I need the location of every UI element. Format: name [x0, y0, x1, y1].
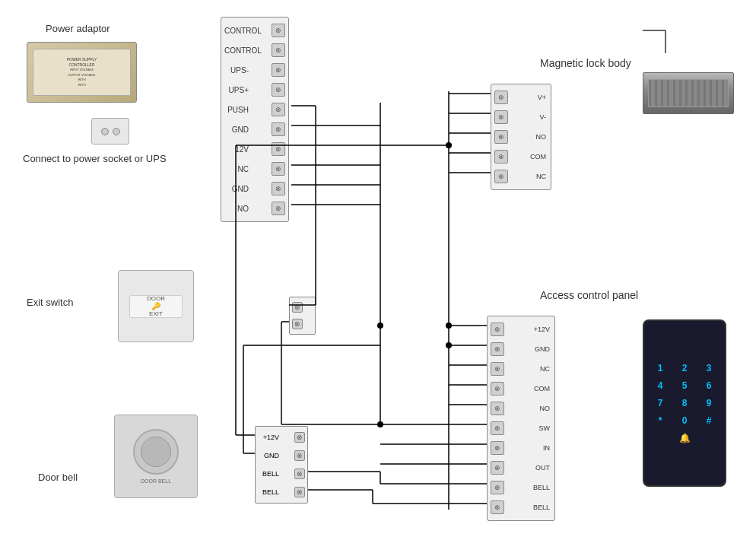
socket-hole-left	[101, 128, 109, 135]
access-terminal-no: ⊗	[491, 402, 504, 415]
key-star: *	[652, 414, 669, 427]
key-2: 2	[676, 361, 693, 375]
access-panel-label: Access control panel	[540, 289, 638, 301]
exit-terminal-2: ⊗	[292, 319, 303, 329]
terminal-12v: ⊗	[272, 142, 285, 156]
svg-point-31	[446, 142, 452, 148]
diagram-container: Power adaptor POWER SUPPLYCONTROLLER INP…	[0, 0, 756, 556]
exit-terminal-box: ⊗ ⊗	[289, 297, 316, 335]
key-0: 0	[676, 414, 693, 427]
access-terminal-in: ⊗	[491, 441, 504, 455]
connect-label: Connect to power socket or UPS	[23, 152, 167, 166]
control-row-ups-plus: UPS+ ⊗	[221, 80, 288, 100]
control-row-1: CONTROL ⊗	[221, 21, 288, 40]
access-row-bell2: ⊗ BELL	[488, 497, 554, 517]
key-1: 1	[652, 361, 669, 375]
keypad-row-2: 4 5 6	[652, 379, 717, 392]
svg-point-43	[446, 322, 452, 329]
terminal-no: ⊗	[272, 202, 285, 215]
key-5: 5	[676, 379, 693, 392]
access-terminal-bell1: ⊗	[491, 481, 504, 494]
bell-term-row-12v: +12V ⊗	[256, 428, 307, 446]
bell-terminal-gnd: ⊗	[294, 450, 305, 461]
mag-lock-box: ⊗ V+ ⊗ V- ⊗ NO ⊗ COM ⊗ NC	[491, 84, 551, 190]
terminal-vplus: ⊗	[494, 91, 508, 104]
key-6: 6	[700, 379, 717, 392]
door-bell-label: Door bell	[38, 472, 78, 483]
key-8: 8	[676, 396, 693, 410]
access-terminal-bell2: ⊗	[491, 500, 504, 514]
door-bell-image: DOOR BELL	[114, 415, 198, 498]
svg-point-29	[377, 421, 383, 427]
mag-row-vminus: ⊗ V-	[491, 107, 551, 127]
svg-point-30	[377, 322, 383, 329]
power-adaptor-label: Power adaptor	[46, 23, 110, 34]
bell-text: DOOR BELL	[141, 478, 171, 484]
access-row-nc: ⊗ NC	[488, 359, 554, 379]
access-row-out: ⊗ OUT	[488, 458, 554, 478]
terminal-gnd-1: ⊗	[272, 122, 285, 136]
access-row-sw: ⊗ SW	[488, 418, 554, 438]
access-terminal-12v: ⊗	[491, 322, 504, 336]
key-7: 7	[652, 396, 669, 410]
terminal-mag-com: ⊗	[494, 150, 508, 164]
terminal-mag-nc: ⊗	[494, 170, 508, 183]
control-row-ups-minus: UPS- ⊗	[221, 60, 288, 80]
terminal-ups-minus: ⊗	[272, 63, 285, 77]
key-3: 3	[700, 361, 717, 375]
access-control-box: ⊗ +12V ⊗ GND ⊗ NC ⊗ COM ⊗ NO ⊗ SW ⊗ IN ⊗	[487, 316, 555, 521]
mag-row-vplus: ⊗ V+	[491, 87, 551, 107]
control-row-gnd-2: GND ⊗	[221, 179, 288, 199]
terminal-mag-no: ⊗	[494, 130, 508, 144]
mag-row-no: ⊗ NO	[491, 127, 551, 147]
terminal-control-2: ⊗	[272, 43, 285, 57]
mag-lock-label: Magnetic lock body	[540, 57, 631, 69]
access-row-bell1: ⊗ BELL	[488, 478, 554, 497]
access-row-gnd: ⊗ GND	[488, 339, 554, 359]
exit-term-row-1: ⊗	[290, 299, 315, 316]
access-row-com: ⊗ COM	[488, 379, 554, 399]
access-row-in: ⊗ IN	[488, 438, 554, 458]
terminal-ups-plus: ⊗	[272, 83, 285, 97]
exit-switch-image: DOOR 🔑 EXIT	[118, 270, 194, 342]
mag-lock-body-image	[643, 72, 734, 114]
bell-term-row-bell2: BELL ⊗	[256, 483, 307, 501]
control-row-12v: 12V ⊗	[221, 139, 288, 159]
access-terminal-out: ⊗	[491, 461, 504, 475]
bell-terminal-bell1: ⊗	[294, 469, 305, 479]
control-row-gnd-1: GND ⊗	[221, 119, 288, 139]
bell-term-row-bell1: BELL ⊗	[256, 465, 307, 483]
key-9: 9	[700, 396, 717, 410]
power-adaptor-image: POWER SUPPLYCONTROLLER INPUT VOLTAGEOUTP…	[27, 42, 137, 103]
keypad-row-3: 7 8 9	[652, 396, 717, 410]
terminal-control-1: ⊗	[272, 24, 285, 37]
bell-term-row-gnd: GND ⊗	[256, 446, 307, 465]
access-terminal-com: ⊗	[491, 382, 504, 396]
exit-button: DOOR 🔑 EXIT	[129, 295, 183, 318]
exit-terminal-1: ⊗	[292, 302, 303, 313]
bell-circle	[133, 429, 179, 475]
keypad-row-1: 1 2 3	[652, 361, 717, 375]
power-socket-symbol	[91, 118, 129, 145]
access-terminal-gnd: ⊗	[491, 342, 504, 356]
access-row-12v: ⊗ +12V	[488, 319, 554, 339]
keypad-image: 1 2 3 4 5 6 7 8 9 * 0 # 🔔	[643, 319, 726, 487]
bell-terminal-bell2: ⊗	[294, 487, 305, 497]
socket-hole-right	[113, 128, 120, 135]
control-box: CONTROL ⊗ CONTROL ⊗ UPS- ⊗ UPS+ ⊗ PUSH ⊗…	[221, 17, 289, 222]
mag-row-nc: ⊗ NC	[491, 167, 551, 186]
key-bell: 🔔	[676, 431, 693, 445]
bell-terminal-12v: ⊗	[294, 432, 305, 443]
exit-term-row-2: ⊗	[290, 316, 315, 332]
access-terminal-sw: ⊗	[491, 421, 504, 435]
svg-point-44	[446, 342, 452, 348]
terminal-vminus: ⊗	[494, 110, 508, 124]
terminal-nc: ⊗	[272, 162, 285, 176]
bell-inner	[141, 437, 171, 467]
control-row-push: PUSH ⊗	[221, 100, 288, 119]
exit-switch-label: Exit switch	[27, 297, 73, 308]
access-terminal-nc: ⊗	[491, 362, 504, 376]
mag-row-com: ⊗ COM	[491, 147, 551, 167]
mag-lock-detail	[648, 79, 729, 107]
access-row-no: ⊗ NO	[488, 399, 554, 418]
